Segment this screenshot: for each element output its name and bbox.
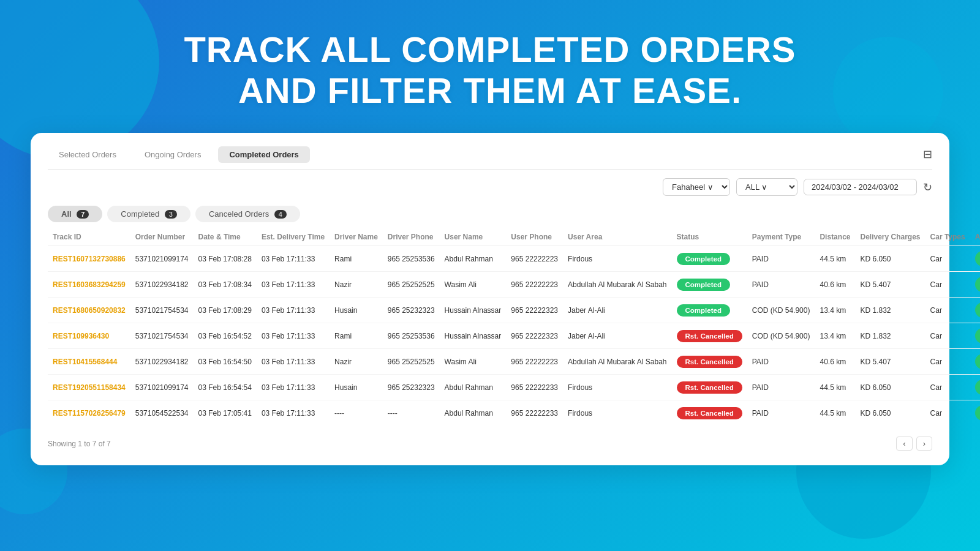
cell-user-area-5: Firdous [563, 375, 671, 400]
cell-action-1: 👁 View Tracking [970, 272, 980, 298]
track-id-link-0[interactable]: REST1607132730886 [53, 255, 126, 263]
cell-user-name-3: Hussain Alnassar [440, 323, 507, 349]
table-row: REST1920551158434 5371021099174 03 Feb 1… [48, 375, 980, 400]
cell-status-5: Rst. Cancelled [672, 375, 747, 400]
cell-user-phone-2: 965 22222323 [506, 298, 563, 323]
cell-user-name-0: Abdul Rahman [440, 246, 507, 272]
cell-track-id-3: REST109936430 [48, 323, 130, 349]
cell-payment-type-0: PAID [747, 246, 815, 272]
cell-driver-name-1: Nazir [330, 272, 383, 298]
date-range-picker[interactable]: 2024/03/02 - 2024/03/02 [804, 179, 917, 195]
status-badge-6: Rst. Cancelled [677, 407, 742, 419]
cell-car-type-6: Car [925, 400, 970, 426]
cell-status-4: Rst. Cancelled [672, 349, 747, 375]
view-tracking-button-0[interactable]: 👁 View Tracking [975, 251, 980, 266]
col-driver-name: Driver Name [330, 228, 383, 246]
status-badge-3: Rst. Cancelled [677, 330, 742, 342]
view-tracking-button-6[interactable]: 👁 View Tracking [975, 405, 980, 421]
cell-date-time-3: 03 Feb 16:54:52 [194, 323, 257, 349]
cell-driver-phone-3: 965 25253536 [383, 323, 440, 349]
cell-user-area-4: Abdullah Al Mubarak Al Sabah [563, 349, 671, 375]
cell-driver-phone-5: 965 25232323 [383, 375, 440, 400]
cell-date-time-5: 03 Feb 16:54:54 [194, 375, 257, 400]
track-id-link-1[interactable]: REST1603683294259 [53, 280, 126, 289]
track-id-link-3[interactable]: REST109936430 [53, 332, 109, 340]
track-id-link-4[interactable]: REST10415568444 [53, 358, 117, 366]
col-action: Action [970, 228, 980, 246]
type-filter[interactable]: ALL ∨ [736, 178, 797, 196]
track-id-link-6[interactable]: REST1157026256479 [53, 409, 126, 418]
cell-track-id-6: REST1157026256479 [48, 400, 130, 426]
cell-driver-phone-4: 965 25252525 [383, 349, 440, 375]
sub-tab-completed[interactable]: Completed 3 [107, 206, 190, 222]
view-tracking-button-2[interactable]: 👁 View Tracking [975, 302, 980, 318]
cell-payment-type-2: COD (KD 54.900) [747, 298, 815, 323]
cell-payment-type-6: PAID [747, 400, 815, 426]
cell-user-name-4: Wasim Ali [440, 349, 507, 375]
cell-payment-type-4: PAID [747, 349, 815, 375]
cell-driver-name-5: Husain [330, 375, 383, 400]
cell-user-phone-4: 965 22222223 [506, 349, 563, 375]
cell-delivery-charges-4: KD 5.407 [855, 349, 925, 375]
track-id-link-5[interactable]: REST1920551158434 [53, 383, 126, 392]
col-distance: Distance [815, 228, 855, 246]
cell-action-3: 👁 View Tracking [970, 323, 980, 349]
cell-user-area-2: Jaber Al-Ali [563, 298, 671, 323]
cell-car-type-4: Car [925, 349, 970, 375]
cell-date-time-2: 03 Feb 17:08:29 [194, 298, 257, 323]
sub-tab-all[interactable]: All 7 [48, 206, 102, 222]
track-id-link-2[interactable]: REST1680650920832 [53, 306, 126, 315]
cell-est-delivery-2: 03 Feb 17:11:33 [257, 298, 330, 323]
cell-car-type-1: Car [925, 272, 970, 298]
cell-track-id-5: REST1920551158434 [48, 375, 130, 400]
cell-est-delivery-0: 03 Feb 17:11:33 [257, 246, 330, 272]
cell-driver-phone-6: ---- [383, 400, 440, 426]
view-tracking-button-5[interactable]: 👁 View Tracking [975, 380, 980, 395]
cell-est-delivery-5: 03 Feb 17:11:33 [257, 375, 330, 400]
main-panel: Selected Orders Ongoing Orders Completed… [31, 133, 949, 465]
area-filter[interactable]: Fahaheel ∨ [663, 178, 730, 196]
tab-completed-orders[interactable]: Completed Orders [218, 146, 309, 163]
cell-car-type-5: Car [925, 375, 970, 400]
filter-row: Fahaheel ∨ ALL ∨ 2024/03/02 - 2024/03/02… [48, 178, 932, 196]
next-page-button[interactable]: › [916, 437, 932, 451]
cell-action-4: 👁 View Tracking [970, 349, 980, 375]
cell-distance-4: 40.6 km [815, 349, 855, 375]
col-user-area: User Area [563, 228, 671, 246]
status-badge-1: Completed [677, 279, 730, 291]
cell-user-name-1: Wasim Ali [440, 272, 507, 298]
cell-payment-type-3: COD (KD 54.900) [747, 323, 815, 349]
col-driver-phone: Driver Phone [383, 228, 440, 246]
sub-tab-canceled[interactable]: Canceled Orders 4 [195, 206, 300, 222]
cell-driver-phone-1: 965 25252525 [383, 272, 440, 298]
col-order-number: Order Number [130, 228, 194, 246]
cell-action-5: 👁 View Tracking [970, 375, 980, 400]
cell-driver-name-2: Husain [330, 298, 383, 323]
cell-user-phone-1: 965 22222223 [506, 272, 563, 298]
table-row: REST1157026256479 5371054522534 03 Feb 1… [48, 400, 980, 426]
cell-date-time-0: 03 Feb 17:08:28 [194, 246, 257, 272]
cell-user-phone-3: 965 22222323 [506, 323, 563, 349]
tab-ongoing-orders[interactable]: Ongoing Orders [134, 146, 213, 163]
col-user-name: User Name [440, 228, 507, 246]
cell-est-delivery-1: 03 Feb 17:11:33 [257, 272, 330, 298]
table-row: REST109936430 5371021754534 03 Feb 16:54… [48, 323, 980, 349]
cell-order-number-5: 5371021099174 [130, 375, 194, 400]
cell-delivery-charges-6: KD 6.050 [855, 400, 925, 426]
cell-driver-name-6: ---- [330, 400, 383, 426]
view-tracking-button-1[interactable]: 👁 View Tracking [975, 277, 980, 292]
col-date-time: Date & Time [194, 228, 257, 246]
cell-track-id-4: REST10415568444 [48, 349, 130, 375]
prev-page-button[interactable]: ‹ [896, 437, 912, 451]
cell-user-name-5: Abdul Rahman [440, 375, 507, 400]
cell-driver-name-0: Rami [330, 246, 383, 272]
col-payment-type: Payment Type [747, 228, 815, 246]
cell-car-type-3: Car [925, 323, 970, 349]
cell-status-3: Rst. Cancelled [672, 323, 747, 349]
view-tracking-button-4[interactable]: 👁 View Tracking [975, 354, 980, 369]
export-icon[interactable]: ⊟ [923, 148, 932, 161]
view-tracking-button-3[interactable]: 👁 View Tracking [975, 328, 980, 343]
tab-selected-orders[interactable]: Selected Orders [48, 146, 127, 163]
showing-text: Showing 1 to 7 of 7 [48, 440, 111, 448]
refresh-button[interactable]: ↻ [923, 181, 932, 194]
